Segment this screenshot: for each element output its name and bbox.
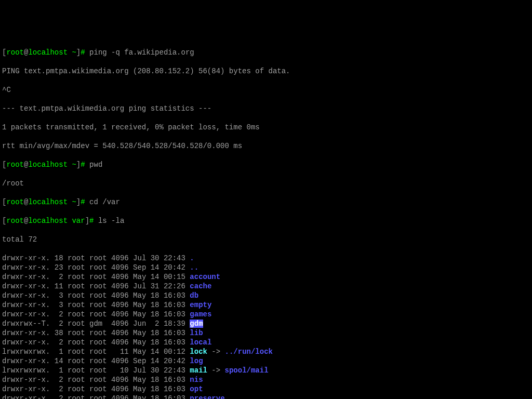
ls-row: drwxr-xr-x. 2 root root 4096 May 18 16:0… xyxy=(2,375,530,384)
ls-row: drwxrwx--T. 2 root gdm 4096 Jun 2 18:39 … xyxy=(2,319,530,328)
ping-out-1: PING text.pmtpa.wikimedia.org (208.80.15… xyxy=(2,66,530,76)
ls-row: drwxr-xr-x. 2 root root 4096 May 18 16:0… xyxy=(2,338,530,347)
pwd-out: /root xyxy=(2,179,530,188)
cmd-ls-line: [root@localhost var]# ls -la xyxy=(2,216,530,225)
ls-row: lrwxrwxrwx. 1 root root 10 Jul 30 22:43 … xyxy=(2,366,530,375)
ping-out-2: ^C xyxy=(2,85,530,95)
ls-row: drwxr-xr-x. 3 root root 4096 May 18 16:0… xyxy=(2,291,530,300)
cmd-pwd-line: [root@localhost ~]# pwd xyxy=(2,160,530,169)
ping-out-4: 1 packets transmitted, 1 received, 0% pa… xyxy=(2,123,530,132)
cmd-cd-line: [root@localhost ~]# cd /var xyxy=(2,197,530,207)
ping-out-5: rtt min/avg/max/mdev = 540.528/540.528/5… xyxy=(2,141,530,151)
ls-row: drwxr-xr-x. 2 root root 4096 May 14 00:1… xyxy=(2,272,530,282)
ls-row: drwxr-xr-x. 18 root root 4096 Jul 30 22:… xyxy=(2,254,530,263)
cmd-ping-line: [root@localhost ~]# ping -q fa.wikipedia… xyxy=(2,48,530,57)
ls-row: drwxr-xr-x. 2 root root 4096 May 18 16:0… xyxy=(2,384,530,394)
ls-row: drwxr-xr-x. 23 root root 4096 Sep 14 20:… xyxy=(2,263,530,272)
ls-row: drwxr-xr-x. 11 root root 4096 Jul 31 22:… xyxy=(2,282,530,291)
ls-listing: drwxr-xr-x. 18 root root 4096 Jul 30 22:… xyxy=(2,254,530,399)
ls-total: total 72 xyxy=(2,235,530,244)
ls-row: drwxr-xr-x. 3 root root 4096 May 18 16:0… xyxy=(2,300,530,310)
ls-row: lrwxrwxrwx. 1 root root 11 May 14 00:12 … xyxy=(2,347,530,356)
ping-out-3: --- text.pmtpa.wikimedia.org ping statis… xyxy=(2,104,530,113)
terminal[interactable]: [root@localhost ~]# ping -q fa.wikipedia… xyxy=(2,38,530,399)
ls-row: drwxr-xr-x. 14 root root 4096 Sep 14 20:… xyxy=(2,356,530,366)
ls-row: drwxr-xr-x. 2 root root 4096 May 18 16:0… xyxy=(2,394,530,399)
ls-row: drwxr-xr-x. 38 root root 4096 May 18 16:… xyxy=(2,328,530,338)
ls-row: drwxr-xr-x. 2 root root 4096 May 18 16:0… xyxy=(2,310,530,319)
